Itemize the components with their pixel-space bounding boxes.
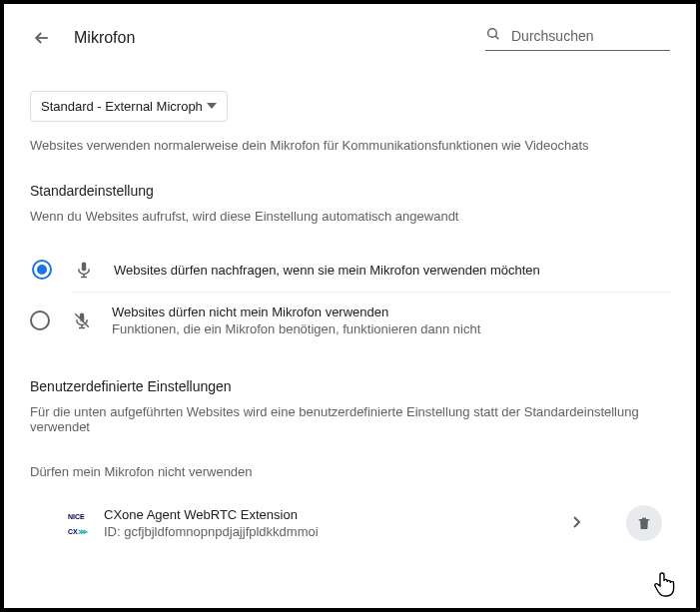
search-input[interactable]	[511, 28, 670, 44]
radio-label: Websites dürfen nachfragen, wenn sie mei…	[114, 263, 540, 278]
search-icon	[485, 26, 501, 46]
extension-icon: NICE CX⋙	[68, 513, 88, 533]
radio-button[interactable]	[32, 260, 52, 280]
pointer-cursor-icon	[652, 570, 678, 598]
blocked-heading: Dürfen mein Mikrofon nicht verwenden	[30, 464, 670, 479]
microphone-off-icon	[72, 310, 92, 330]
site-details-button[interactable]	[564, 506, 588, 540]
radio-option-ask[interactable]: Websites dürfen nachfragen, wenn sie mei…	[30, 248, 670, 292]
device-select-label: Standard - External Microphone	[41, 99, 203, 114]
radio-button[interactable]	[30, 310, 50, 330]
svg-point-0	[488, 29, 497, 38]
microphone-icon	[74, 260, 94, 280]
back-button[interactable]	[30, 26, 54, 50]
intro-text: Websites verwenden normalerweise dein Mi…	[30, 138, 670, 153]
trash-icon	[636, 515, 652, 531]
arrow-left-icon	[32, 28, 52, 48]
svg-rect-8	[639, 519, 650, 520]
site-row[interactable]: NICE CX⋙ CXone Agent WebRTC Extension ID…	[30, 499, 670, 547]
chevron-right-icon	[572, 516, 580, 528]
site-name: CXone Agent WebRTC Extension	[104, 507, 564, 522]
caret-down-icon	[207, 99, 217, 114]
svg-line-1	[495, 36, 498, 39]
site-id: ID: gcfjbjldfomnopnpdjajjfpldkkdmmoi	[104, 524, 564, 539]
search-field[interactable]	[485, 24, 670, 51]
page-title: Mikrofon	[74, 29, 135, 47]
delete-button[interactable]	[626, 505, 662, 541]
default-heading: Standardeinstellung	[30, 183, 670, 199]
custom-sub: Für die unten aufgeführten Websites wird…	[30, 404, 670, 434]
custom-heading: Benutzerdefinierte Einstellungen	[30, 378, 670, 394]
radio-sublabel: Funktionen, die ein Mikrofon benötigen, …	[112, 321, 480, 336]
radio-label: Websites dürfen nicht mein Mikrofon verw…	[112, 305, 480, 319]
device-select[interactable]: Standard - External Microphone	[30, 91, 228, 122]
default-sub: Wenn du Websites aufrufst, wird diese Ei…	[30, 209, 670, 224]
radio-option-block[interactable]: Websites dürfen nicht mein Mikrofon verw…	[72, 292, 670, 348]
